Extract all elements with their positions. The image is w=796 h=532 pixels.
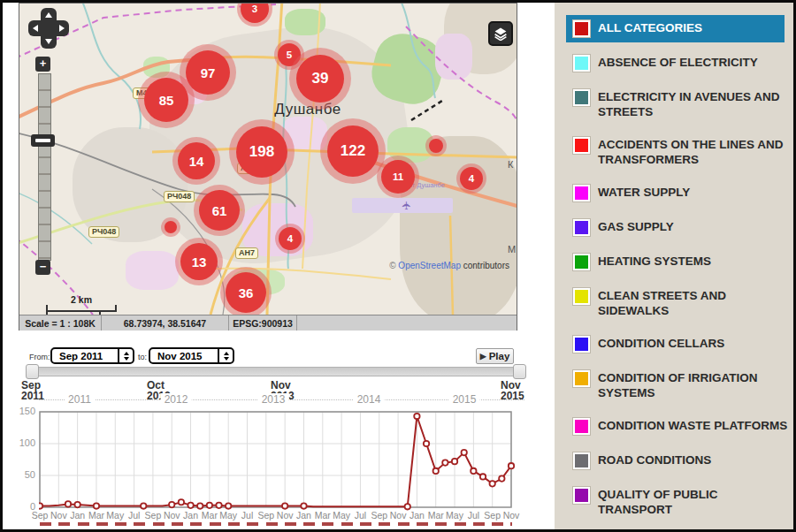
scale-readout: Scale = 1 : 108K <box>19 315 102 331</box>
zoom-slider-handle[interactable] <box>31 134 55 147</box>
year-label: 2012 <box>161 393 192 406</box>
to-value: Nov 2015 <box>150 351 218 361</box>
time-range-slider[interactable] <box>26 364 526 378</box>
legend-swatch-icon <box>573 418 590 435</box>
legend-label: CONDITION OF IRRIGATION SYSTEMS <box>598 370 793 400</box>
app-window: ✈ аэропорт Душанбе Душанбе + − <box>0 0 796 532</box>
legend-item-condition-cellars[interactable]: CONDITION CELLARS <box>555 336 793 353</box>
legend-item-water-supply[interactable]: WATER SUPPLY <box>555 185 793 201</box>
map-place-label: М <box>508 244 516 255</box>
pan-up-icon[interactable] <box>45 12 52 18</box>
year-label: 2015 <box>449 393 480 406</box>
legend-item-road-conditions[interactable]: ROAD CONDITIONS <box>555 452 793 469</box>
legend-label: ROAD CONDITIONS <box>598 452 711 467</box>
legend-item-gas-supply[interactable]: GAS SUPPLY <box>555 219 793 236</box>
play-icon: ▶ <box>480 352 486 361</box>
city-label: Душанбе <box>274 101 341 118</box>
y-axis-tick-label: 150 <box>12 406 35 416</box>
cluster-marker-61[interactable]: 61 <box>199 190 240 231</box>
legend-item-heating-systems[interactable]: HEATING SYSTEMS <box>555 254 793 270</box>
legend-swatch-icon <box>573 452 590 469</box>
legend-swatch-icon <box>573 89 590 106</box>
cluster-marker-198[interactable]: 198 <box>236 126 287 178</box>
layer-switcher-button[interactable] <box>488 21 513 46</box>
airport-plane-icon: ✈ <box>400 201 413 210</box>
cluster-marker-11[interactable]: 11 <box>381 160 415 194</box>
legend-label: GAS SUPPLY <box>598 219 674 234</box>
pan-right-icon[interactable] <box>59 25 65 32</box>
cluster-marker-13[interactable]: 13 <box>180 243 218 280</box>
legend-swatch-icon <box>573 55 590 72</box>
map-canvas[interactable]: ✈ аэропорт Душанбе Душанбе + − <box>19 4 517 315</box>
stepper-icon[interactable] <box>218 349 233 362</box>
time-controls: From: Sep 2011 to: Nov 2015 ▶ Play <box>26 347 526 366</box>
legend-item-condition-waste-platforms[interactable]: CONDITION WASTE PLATFORMS <box>555 418 793 435</box>
to-select[interactable]: Nov 2015 <box>149 347 234 364</box>
legend-item-electricity-in-avenues-and-streets[interactable]: ELECTRICITY IN AVENUES AND STREETS <box>555 89 793 119</box>
legend-label: QUALITY OF PUBLIC TRANSPORT <box>598 487 793 517</box>
stepper-icon[interactable] <box>118 349 133 362</box>
legend-swatch-icon <box>573 370 590 387</box>
projection-readout: EPSG:900913 <box>229 315 297 331</box>
cluster-marker-36[interactable]: 36 <box>226 272 266 313</box>
cropped-label-strip <box>40 522 512 526</box>
cluster-marker-14[interactable]: 14 <box>178 142 215 179</box>
from-value: Sep 2011 <box>52 351 118 361</box>
map-panel: ✈ аэропорт Душанбе Душанбе + − <box>19 3 517 331</box>
legend-item-condition-of-irrigation-systems[interactable]: CONDITION OF IRRIGATION SYSTEMS <box>555 370 793 400</box>
cluster-marker[interactable] <box>165 221 177 233</box>
coordinates-readout: 68.73974, 38.51647 <box>102 315 229 331</box>
legend-item-all-categories[interactable]: ALL CATEGORIES <box>566 15 785 42</box>
play-button[interactable]: ▶ Play <box>476 348 514 364</box>
cluster-marker-4[interactable]: 4 <box>279 227 302 250</box>
status-empty-segment <box>297 315 517 331</box>
slider-handle-right[interactable] <box>513 364 526 379</box>
legend-list: ALL CATEGORIESABSENCE OF ELECTRICITYELEC… <box>555 15 793 517</box>
cluster-marker[interactable] <box>429 139 443 153</box>
pan-down-icon[interactable] <box>45 39 52 44</box>
zoom-slider[interactable] <box>38 73 51 261</box>
pan-control[interactable] <box>28 8 69 49</box>
legend-label: WATER SUPPLY <box>598 185 690 200</box>
year-label: 2014 <box>354 393 385 406</box>
year-label: 2013 <box>258 393 289 406</box>
legend-label: CONDITION CELLARS <box>598 336 724 351</box>
zoom-in-button[interactable]: + <box>35 57 50 72</box>
osm-attribution: © OpenStreetMap contributors <box>389 261 509 270</box>
legend-swatch-icon <box>573 137 590 154</box>
legend-item-quality-of-public-transport[interactable]: QUALITY OF PUBLIC TRANSPORT <box>555 487 793 517</box>
cluster-marker-4[interactable]: 4 <box>460 167 483 190</box>
from-select[interactable]: Sep 2011 <box>50 347 134 364</box>
openstreetmap-link[interactable]: OpenStreetMap <box>398 261 461 270</box>
cluster-marker-97[interactable]: 97 <box>186 50 230 95</box>
road-label-ah7: AH7 <box>235 247 258 259</box>
pan-left-icon[interactable] <box>33 25 38 32</box>
legend-swatch-icon <box>573 254 590 270</box>
slider-track[interactable] <box>30 367 522 376</box>
reports-chart-panel: 050100150SepNovJanMarMayJulSepNovJanMarM… <box>12 407 525 527</box>
from-label: From: <box>29 353 50 361</box>
slider-handle-left[interactable] <box>26 364 39 379</box>
scale-mi-line <box>46 310 101 315</box>
copyright-icon: © <box>389 261 395 270</box>
map-place-label: К <box>508 159 513 170</box>
zoom-out-button[interactable]: − <box>35 260 50 275</box>
legend-item-clean-streets-and-sidewalks[interactable]: CLEAN STREETS AND SIDEWALKS <box>555 288 793 318</box>
chart-svg <box>39 407 525 523</box>
legend-label: CONDITION WASTE PLATFORMS <box>598 418 787 433</box>
cluster-marker-5[interactable]: 5 <box>278 43 301 66</box>
legend-swatch-icon <box>573 219 590 236</box>
cluster-marker-122[interactable]: 122 <box>327 125 379 177</box>
x-axis-tick-label: Nov <box>500 510 523 521</box>
range-label: Nov 2015 <box>501 380 524 401</box>
range-label: Sep 2011 <box>21 380 44 401</box>
cluster-marker-39[interactable]: 39 <box>296 55 344 103</box>
legend-item-accidents-on-the-lines-and-transformers[interactable]: ACCIDENTS ON THE LINES AND TRANSFORMERS <box>555 137 793 167</box>
y-axis-tick-label: 50 <box>12 469 35 480</box>
to-label: to: <box>138 353 147 361</box>
legend-item-absence-of-electricity[interactable]: ABSENCE OF ELECTRICITY <box>555 55 793 72</box>
year-label: 2011 <box>65 393 95 406</box>
road-label-рч048: РЧ048 <box>88 226 119 238</box>
cluster-marker-85[interactable]: 85 <box>144 78 188 122</box>
category-legend-panel: ALL CATEGORIESABSENCE OF ELECTRICITYELEC… <box>555 3 793 529</box>
